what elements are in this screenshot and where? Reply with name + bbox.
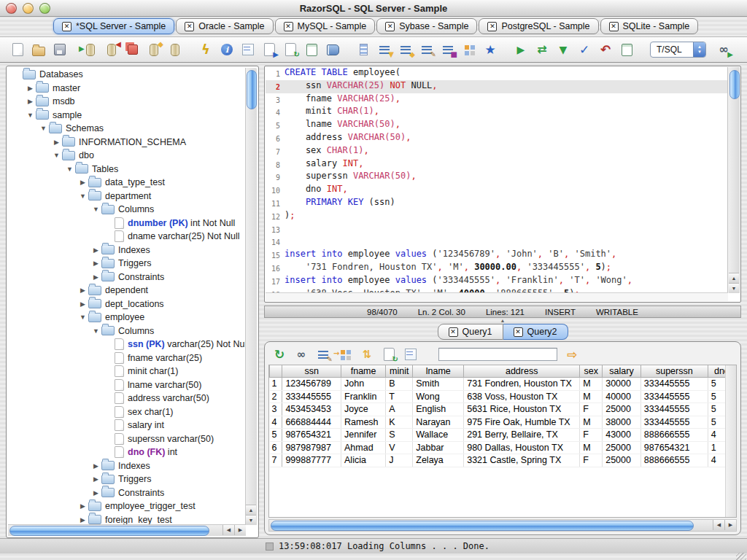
data-cell[interactable]: 333445555: [640, 378, 708, 391]
document-tab-3[interactable]: ✕MySQL - Sample: [275, 18, 376, 34]
scroll-up-icon[interactable]: ▲: [246, 505, 256, 515]
tree-item-dept_locations[interactable]: ▶dept_locations: [8, 298, 246, 311]
format-sql-indent-icon[interactable]: ▼: [377, 42, 392, 57]
stepper-arrows-icon[interactable]: ▲▼: [693, 42, 705, 57]
document-tab-5[interactable]: ✕PostgreSQL - Sample: [479, 18, 598, 34]
tree-expand-icon[interactable]: ▶: [78, 502, 88, 510]
tab-close-icon[interactable]: ✕: [449, 327, 458, 337]
data-cell[interactable]: 888666555: [640, 454, 708, 467]
new-connection-icon[interactable]: ◆: [147, 42, 161, 57]
tree-item-sample[interactable]: ▼sample: [8, 109, 246, 122]
view-row-icon[interactable]: ∞: [294, 347, 309, 362]
tree-item-columns[interactable]: ▼Columns: [8, 203, 246, 217]
data-cell[interactable]: M: [580, 416, 603, 429]
switch-connection-icon[interactable]: ⇄: [535, 42, 549, 57]
tab-close-icon[interactable]: ✕: [514, 327, 523, 337]
save-file-icon[interactable]: [53, 42, 67, 57]
table-row[interactable]: 7999887777AliciaJZelaya3321 Castle, Spri…: [270, 454, 736, 467]
data-cell[interactable]: 30000: [603, 378, 641, 391]
tree-expand-icon[interactable]: ▶: [78, 287, 88, 294]
splitter-collapse-handle[interactable]: ▲: [264, 319, 741, 323]
scroll-up-icon[interactable]: ▲: [729, 273, 739, 283]
code-line-2[interactable]: 2 ssn VARCHAR(25) NOT NULL,: [266, 80, 728, 93]
data-cell[interactable]: Ahmad: [341, 441, 386, 454]
column-header-ssn[interactable]: ssn: [282, 365, 341, 378]
tree-expand-icon[interactable]: ▶: [91, 260, 101, 267]
code-line-11[interactable]: 11 PRIMARY KEY (ssn): [266, 197, 728, 210]
scroll-left-icon[interactable]: ◀: [713, 520, 724, 530]
connect-database-icon[interactable]: ▶: [83, 42, 98, 57]
query-tab-2[interactable]: ✕Query2: [503, 324, 568, 340]
tree-collapse-icon[interactable]: ▼: [65, 166, 74, 173]
data-cell[interactable]: F: [580, 454, 603, 467]
data-cell[interactable]: Joyce: [341, 403, 386, 416]
code-line-5[interactable]: 5 lname VARCHAR(50),: [266, 119, 728, 132]
code-line-16[interactable]: 16 '731 Fondren, Houston TX', 'M', 30000…: [266, 262, 728, 275]
scroll-right-icon[interactable]: ▶: [724, 520, 736, 530]
results-vertical-scrollbar[interactable]: [725, 365, 736, 517]
tree-item-information_schema[interactable]: ▶INFORMATION_SCHEMA: [8, 136, 246, 149]
tab-close-icon[interactable]: ✕: [385, 22, 395, 31]
tree-item-salary[interactable]: salary int: [8, 419, 246, 432]
data-cell[interactable]: 291 Berry, Bellaire, TX: [464, 429, 580, 442]
data-cell[interactable]: K: [386, 416, 413, 429]
results-filter-input[interactable]: [438, 348, 557, 361]
sort-results-icon[interactable]: ⇅: [360, 347, 374, 362]
table-row[interactable]: 4666884444RameshKNarayan975 Fire Oak, Hu…: [270, 416, 736, 429]
tree-item-dno[interactable]: dno (FK) int: [8, 446, 246, 459]
row-number-cell[interactable]: 2: [270, 390, 282, 403]
tree-item-employee_trigger_test[interactable]: ▶employee_trigger_test: [8, 499, 246, 513]
reload-query-icon[interactable]: ↻: [382, 347, 396, 362]
tree-item-tables[interactable]: ▼Tables: [8, 163, 246, 176]
tree-item-lname[interactable]: lname varchar(50): [8, 378, 246, 392]
describe-table-icon[interactable]: [241, 42, 255, 57]
tree-item-msdb[interactable]: ▶msdb: [8, 95, 246, 109]
copy-to-tree-icon[interactable]: →: [338, 347, 352, 362]
data-cell[interactable]: 888666555: [640, 429, 708, 442]
generate-sql-icon[interactable]: [462, 42, 476, 57]
edit-sql-icon[interactable]: ✎: [419, 42, 434, 57]
query-tab-1[interactable]: ✕Query1: [438, 324, 503, 340]
tree-collapse-icon[interactable]: ▼: [91, 327, 101, 335]
scroll-down-icon[interactable]: ▼: [246, 515, 256, 525]
data-cell[interactable]: 980 Dallas, Houston TX: [464, 441, 580, 454]
tree-item-databases[interactable]: Databases: [8, 68, 246, 82]
execute-sql-icon[interactable]: ϟ: [198, 42, 213, 57]
sidebar-vscroll-thumb[interactable]: [247, 70, 257, 109]
data-cell[interactable]: 453453453: [282, 403, 341, 416]
data-cell[interactable]: 987654321: [640, 441, 708, 454]
documentation-book-icon[interactable]: [325, 42, 340, 57]
sql-dialect-select[interactable]: T/SQL ▲▼: [650, 42, 706, 58]
disconnect-database-icon[interactable]: ◀: [104, 42, 119, 57]
editor-vertical-scrollbar[interactable]: ▲ ▼: [727, 67, 740, 293]
tree-item-master[interactable]: ▶master: [8, 82, 246, 96]
code-line-4[interactable]: 4 minit CHAR(1),: [266, 106, 728, 119]
data-cell[interactable]: 333445555: [282, 390, 341, 403]
data-cell[interactable]: 638 Voss, Houston TX: [464, 390, 580, 403]
data-cell[interactable]: V: [386, 441, 413, 454]
edit-results-icon[interactable]: ✎: [316, 347, 330, 362]
data-cell[interactable]: Franklin: [341, 390, 386, 403]
editor-horizontal-scrollbar[interactable]: [266, 292, 728, 301]
scroll-right-icon[interactable]: ▶: [234, 525, 246, 535]
refresh-script-icon[interactable]: ↻: [283, 42, 298, 57]
tab-close-icon[interactable]: ✕: [284, 22, 293, 31]
column-header-superssn[interactable]: superssn: [640, 365, 708, 378]
row-number-cell[interactable]: 3: [270, 403, 282, 416]
execute-forward-icon[interactable]: ▶: [514, 42, 528, 57]
tree-item-schemas[interactable]: ▼Schemas: [8, 122, 246, 136]
table-row[interactable]: 2333445555FranklinTWong638 Voss, Houston…: [270, 390, 736, 403]
scroll-left-icon[interactable]: ◀: [222, 525, 234, 535]
data-cell[interactable]: M: [580, 441, 603, 454]
data-cell[interactable]: Jennifer: [341, 429, 386, 442]
tree-expand-icon[interactable]: ▶: [78, 516, 88, 524]
row-number-cell[interactable]: 5: [270, 429, 282, 442]
tree-item-indexes[interactable]: ▶Indexes: [8, 244, 246, 257]
code-line-3[interactable]: 3 fname VARCHAR(25),: [266, 93, 728, 106]
tree-collapse-icon[interactable]: ▼: [91, 206, 101, 213]
column-header-salary[interactable]: salary: [603, 365, 641, 378]
code-line-17[interactable]: 17insert into employee values ('33344555…: [266, 275, 728, 288]
tree-expand-icon[interactable]: ▶: [91, 475, 101, 483]
document-tab-2[interactable]: ✕Oracle - Sample: [176, 18, 273, 34]
tree-item-foreign_key_test[interactable]: ▶foreign_key_test: [8, 513, 246, 526]
